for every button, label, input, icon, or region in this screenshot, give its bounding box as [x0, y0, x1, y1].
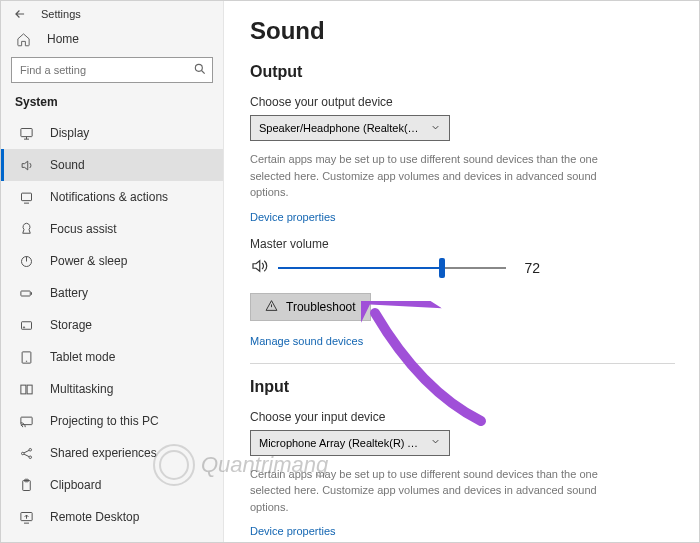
input-device-properties-link[interactable]: Device properties — [250, 525, 336, 537]
master-volume-value: 72 — [516, 260, 540, 276]
battery-icon — [18, 285, 34, 301]
sidebar-nav: Display Sound Notifications & actions Fo… — [1, 117, 223, 533]
output-note: Certain apps may be set up to use differ… — [250, 151, 620, 201]
power-icon — [18, 253, 34, 269]
sidebar-category: System — [1, 95, 223, 117]
sidebar-item-storage[interactable]: Storage — [1, 309, 223, 341]
sidebar-item-label: Storage — [50, 318, 92, 332]
sidebar-item-label: Multitasking — [50, 382, 113, 396]
sidebar-item-label: Projecting to this PC — [50, 414, 159, 428]
remote-desktop-icon — [18, 509, 34, 525]
svg-rect-5 — [21, 321, 31, 329]
page-title: Sound — [250, 17, 675, 45]
shared-icon — [18, 445, 34, 461]
clipboard-icon — [18, 477, 34, 493]
output-device-select[interactable]: Speaker/Headphone (Realtek(R) A... — [250, 115, 450, 141]
chevron-down-icon — [430, 122, 441, 135]
sidebar-item-display[interactable]: Display — [1, 117, 223, 149]
projecting-icon — [18, 413, 34, 429]
sidebar-item-label: Clipboard — [50, 478, 101, 492]
notifications-icon — [18, 189, 34, 205]
sidebar-item-notifications[interactable]: Notifications & actions — [1, 181, 223, 213]
output-device-properties-link[interactable]: Device properties — [250, 211, 336, 223]
sidebar-item-projecting[interactable]: Projecting to this PC — [1, 405, 223, 437]
back-button[interactable] — [13, 7, 27, 21]
storage-icon — [18, 317, 34, 333]
output-choose-label: Choose your output device — [250, 95, 675, 109]
sidebar-item-label: Power & sleep — [50, 254, 127, 268]
sidebar-item-sound[interactable]: Sound — [1, 149, 223, 181]
focus-assist-icon — [18, 221, 34, 237]
home-icon — [15, 31, 31, 47]
svg-rect-2 — [21, 193, 31, 201]
svg-rect-10 — [20, 417, 31, 425]
troubleshoot-button[interactable]: Troubleshoot — [250, 293, 371, 321]
output-heading: Output — [250, 63, 675, 81]
sidebar-item-label: Remote Desktop — [50, 510, 139, 524]
input-device-value: Microphone Array (Realtek(R) Au... — [259, 437, 423, 449]
svg-point-13 — [29, 456, 32, 459]
sidebar-item-label: Shared experiences — [50, 446, 157, 460]
svg-rect-8 — [20, 385, 25, 394]
tablet-icon — [18, 349, 34, 365]
sidebar-item-battery[interactable]: Battery — [1, 277, 223, 309]
app-title: Settings — [41, 8, 81, 20]
sidebar: Settings Home System Display Sound Notif… — [1, 1, 224, 543]
troubleshoot-label: Troubleshoot — [286, 300, 356, 314]
manage-sound-devices-link[interactable]: Manage sound devices — [250, 335, 363, 347]
svg-rect-9 — [27, 385, 32, 394]
sidebar-item-label: Battery — [50, 286, 88, 300]
sidebar-item-shared-exp[interactable]: Shared experiences — [1, 437, 223, 469]
svg-rect-4 — [20, 291, 29, 296]
nav-home[interactable]: Home — [1, 25, 223, 57]
sidebar-item-label: Focus assist — [50, 222, 117, 236]
sidebar-item-focus-assist[interactable]: Focus assist — [1, 213, 223, 245]
svg-point-12 — [29, 448, 32, 451]
multitasking-icon — [18, 381, 34, 397]
display-icon — [18, 125, 34, 141]
input-heading: Input — [250, 378, 675, 396]
sidebar-item-remote-desktop[interactable]: Remote Desktop — [1, 501, 223, 533]
nav-home-label: Home — [47, 32, 79, 46]
chevron-down-icon — [430, 436, 441, 449]
sound-icon — [18, 157, 34, 173]
master-volume-label: Master volume — [250, 237, 675, 251]
sidebar-item-label: Sound — [50, 158, 85, 172]
volume-icon — [250, 257, 268, 279]
output-device-value: Speaker/Headphone (Realtek(R) A... — [259, 122, 423, 134]
svg-point-6 — [23, 326, 24, 327]
warning-icon — [265, 299, 278, 315]
sidebar-item-tablet-mode[interactable]: Tablet mode — [1, 341, 223, 373]
master-volume-slider[interactable] — [278, 258, 506, 278]
sidebar-item-label: Tablet mode — [50, 350, 115, 364]
svg-rect-1 — [20, 128, 31, 136]
section-divider — [250, 363, 675, 364]
sidebar-item-multitasking[interactable]: Multitasking — [1, 373, 223, 405]
sidebar-item-label: Display — [50, 126, 89, 140]
sidebar-item-clipboard[interactable]: Clipboard — [1, 469, 223, 501]
input-note: Certain apps may be set up to use differ… — [250, 466, 620, 516]
sidebar-item-label: Notifications & actions — [50, 190, 168, 204]
svg-point-11 — [21, 452, 24, 455]
main-content: Sound Output Choose your output device S… — [224, 1, 700, 543]
search-input[interactable] — [11, 57, 213, 83]
input-device-select[interactable]: Microphone Array (Realtek(R) Au... — [250, 430, 450, 456]
input-choose-label: Choose your input device — [250, 410, 675, 424]
sidebar-item-power-sleep[interactable]: Power & sleep — [1, 245, 223, 277]
